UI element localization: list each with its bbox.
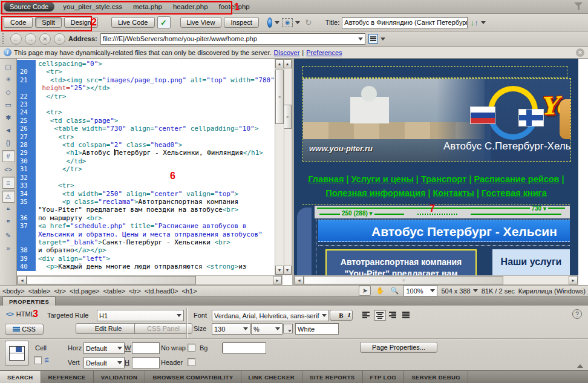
- results-tab-server-debug[interactable]: SERVER DEBUG: [404, 371, 468, 383]
- inspect-button[interactable]: Inspect: [224, 17, 258, 28]
- tag-selector-item[interactable]: <table>: [28, 287, 51, 295]
- collapse-panel-icon[interactable]: [577, 364, 583, 368]
- design-hscroll-thumb[interactable]: ≡: [304, 276, 503, 284]
- results-tab-link-checker[interactable]: LINK CHECKER: [241, 371, 303, 383]
- design-view[interactable]: www.you-piter.ru You-Piter Автобус С.Пет…: [294, 59, 578, 285]
- targeted-rule-select[interactable]: H1: [97, 310, 184, 321]
- code-navigator-icon[interactable]: ✳: [2, 74, 15, 85]
- hand-tool-icon[interactable]: ✋: [374, 286, 385, 295]
- collapse-chevron-icon[interactable]: »: [2, 243, 15, 254]
- split-cell-icon[interactable]: ⋢: [44, 356, 49, 364]
- file-management-icon[interactable]: ↓↑: [470, 17, 486, 28]
- page-properties-button[interactable]: Page Properties...: [360, 342, 437, 353]
- design-header-banner[interactable]: www.you-piter.ru You-Piter Автобус С.Пет…: [302, 78, 571, 162]
- related-file[interactable]: meta.php: [133, 3, 162, 10]
- window-size-select[interactable]: 504 x 388: [441, 287, 477, 295]
- check-browser-compatibility-icon[interactable]: ✓: [157, 16, 171, 28]
- align-right-icon[interactable]: [387, 310, 398, 319]
- align-justify-icon[interactable]: [400, 310, 411, 319]
- related-file[interactable]: header.php: [173, 3, 208, 10]
- text-color-swatch[interactable]: [283, 324, 293, 333]
- design-nav-link[interactable]: Полезная информация: [325, 188, 425, 198]
- magnification-select[interactable]: 100%: [403, 285, 437, 296]
- syntax-error-alerts-icon[interactable]: ⚠: [2, 191, 15, 203]
- preferences-link[interactable]: Preferences: [306, 49, 342, 56]
- scroll-right-icon[interactable]: ►: [273, 276, 282, 284]
- tag-selector-item[interactable]: <td.page>: [70, 287, 100, 295]
- design-nav-link[interactable]: Расписание рейсов: [474, 174, 559, 184]
- properties-tab[interactable]: PROPERTIES: [2, 296, 56, 306]
- align-center-icon[interactable]: [374, 310, 386, 321]
- text-color-input[interactable]: White: [295, 323, 339, 335]
- line-numbers-icon[interactable]: #: [2, 150, 15, 162]
- apply-comment-icon[interactable]: ❝: [2, 205, 15, 215]
- table-width-label-730[interactable]: 730 ▾: [530, 206, 549, 212]
- css-panel-button[interactable]: CSS Panel: [134, 323, 192, 334]
- bg-color-input[interactable]: [223, 342, 266, 354]
- collapse-selection-icon[interactable]: ▭: [2, 99, 15, 110]
- scroll-down-icon[interactable]: ▼: [283, 266, 292, 275]
- discover-link[interactable]: Discover: [274, 49, 300, 56]
- italic-button[interactable]: I: [348, 311, 350, 318]
- collapse-full-tag-icon[interactable]: ◇: [2, 87, 15, 97]
- highlight-invalid-code-icon[interactable]: <>: [2, 164, 15, 175]
- balance-braces-icon[interactable]: {}: [2, 137, 15, 148]
- select-tool-icon[interactable]: ➤: [359, 286, 371, 296]
- table-width-bar[interactable]: 730 ▾ 250 (288) ▾: [315, 206, 570, 218]
- tag-selector-item[interactable]: <td.head0>: [145, 287, 178, 295]
- format-source-code-icon[interactable]: ✎: [2, 230, 15, 241]
- code-view-button[interactable]: Code: [4, 17, 33, 28]
- column-width-label-250[interactable]: 250 (288) ▾: [340, 211, 374, 217]
- column-width-line-right[interactable]: [471, 214, 561, 215]
- design-scroll-down-icon[interactable]: ▼: [275, 266, 284, 275]
- code-editor[interactable]: cellspacing="0">20 <tr>21 <td><img src="…: [17, 59, 283, 275]
- horz-select[interactable]: Default: [83, 342, 125, 354]
- merge-cells-icon[interactable]: [34, 356, 42, 364]
- design-horizontal-scrollbar[interactable]: ◄ ≡ ►: [294, 275, 578, 285]
- header-checkbox[interactable]: [188, 358, 195, 366]
- infobar-close-icon[interactable]: ✕: [576, 48, 584, 57]
- help-icon[interactable]: ?: [572, 309, 582, 319]
- forward-button[interactable]: →: [25, 33, 36, 45]
- preview-in-browser-icon[interactable]: [267, 17, 279, 28]
- refresh-design-view-icon[interactable]: ↻: [302, 17, 315, 28]
- related-file-source-code[interactable]: Source Code: [4, 2, 54, 11]
- visual-aids-icon[interactable]: ◉: [282, 17, 300, 28]
- tag-selector-item[interactable]: <table>: [103, 287, 126, 295]
- results-tab-site-reports[interactable]: SITE REPORTS: [302, 371, 362, 383]
- title-input[interactable]: Автобус в Финляндию (Санкт Петербург - Х…: [342, 17, 468, 28]
- design-scroll-right-icon[interactable]: ►: [569, 276, 578, 284]
- size-select[interactable]: 130: [212, 323, 250, 335]
- font-select[interactable]: Verdana, Arial, Helvetica, sans-serif: [212, 310, 329, 321]
- edit-rule-button[interactable]: Edit Rule: [76, 323, 141, 334]
- design-empty-table-row[interactable]: [302, 66, 567, 78]
- toolbar-grip[interactable]: [2, 33, 6, 44]
- vert-select[interactable]: Default: [83, 357, 125, 368]
- filter-related-files-icon[interactable]: [573, 2, 583, 11]
- address-dropdown-icon[interactable]: [358, 38, 363, 41]
- code-horizontal-scrollbar[interactable]: ◄ ►: [17, 275, 283, 285]
- no-wrap-checkbox[interactable]: [188, 344, 195, 352]
- design-nav-link[interactable]: Гостевая книга: [482, 188, 547, 198]
- live-code-button[interactable]: Live Code: [111, 17, 155, 28]
- select-parent-tag-icon[interactable]: ◄: [2, 125, 15, 136]
- services-box[interactable]: Наши услуги: [492, 249, 570, 276]
- design-h1-heading[interactable]: Автобус Петербург - Хельсин: [318, 220, 570, 242]
- table-width-line-730[interactable]: [317, 208, 565, 209]
- unit-select[interactable]: %: [251, 323, 283, 335]
- design-nav-link[interactable]: Контакты: [433, 188, 474, 198]
- live-view-button[interactable]: Live View: [180, 17, 222, 28]
- word-wrap-icon[interactable]: ≡: [2, 177, 15, 189]
- scroll-left-icon[interactable]: ◄: [18, 276, 27, 284]
- design-nav-link[interactable]: Услуги и цены: [351, 174, 413, 184]
- h-input[interactable]: [132, 357, 160, 368]
- expand-all-icon[interactable]: ✱: [2, 112, 15, 123]
- css-mode-button[interactable]: CSS: [5, 324, 44, 335]
- address-input[interactable]: file:///E|/WebServers/home/you-piter/www…: [100, 33, 365, 45]
- reclama-box[interactable]: Автотранспортная компания "You-Piter" пр…: [325, 249, 477, 276]
- results-tab-ftp-log[interactable]: FTP LOG: [363, 371, 405, 383]
- home-button[interactable]: ⌂: [54, 33, 65, 45]
- scroll-up-icon[interactable]: ▲: [283, 59, 292, 68]
- design-scroll-left-icon[interactable]: ◄: [295, 276, 304, 284]
- results-tab-browser-compatibility[interactable]: BROWSER COMPATIBILITY: [145, 371, 241, 383]
